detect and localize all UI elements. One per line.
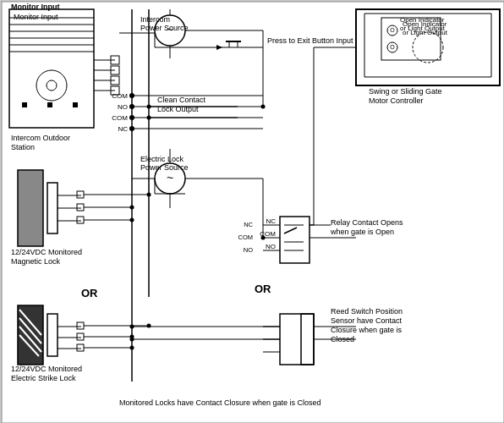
svg-text:Power Source: Power Source [140,24,189,32]
svg-rect-11 [47,102,52,107]
svg-rect-12 [73,102,78,107]
svg-text:~: ~ [167,171,173,184]
svg-text:Closed: Closed [331,335,354,343]
svg-point-101 [130,346,134,350]
svg-text:Sensor have Contact: Sensor have Contact [331,316,403,325]
svg-text:12/24VDC Monitored: 12/24VDC Monitored [11,248,82,256]
svg-point-42 [129,104,134,109]
svg-text:12/24VDC Monitored: 12/24VDC Monitored [11,365,82,373]
svg-text:Electric Strike Lock: Electric Strike Lock [11,374,76,382]
svg-text:NC: NC [266,217,276,225]
svg-point-83 [130,218,134,222]
svg-text:or Light Output: or Light Output [400,25,446,32]
svg-text:OR: OR [255,283,271,295]
svg-text:COM: COM [112,92,128,100]
svg-text:Monitor Input: Monitor Input [11,3,59,11]
svg-point-84 [147,193,151,197]
svg-text:Closure when gate is: Closure when gate is [331,326,403,334]
svg-point-122 [147,105,151,109]
svg-text:COM: COM [238,233,254,241]
svg-point-119 [261,105,266,109]
svg-point-41 [129,93,134,98]
svg-point-113 [130,338,134,342]
svg-text:Relay Contact Opens: Relay Contact Opens [331,218,403,227]
svg-text:Power Source: Power Source [140,163,189,172]
svg-text:Press to Exit Button Input: Press to Exit Button Input [267,36,353,45]
svg-text:Reed Switch Position: Reed Switch Position [331,307,403,316]
svg-point-129 [261,236,266,240]
svg-text:Intercom Outdoor: Intercom Outdoor [11,134,70,142]
svg-text:O: O [390,27,395,33]
svg-text:Monitored Locks have Contact C: Monitored Locks have Contact Closure whe… [119,398,321,407]
svg-rect-71 [18,170,43,246]
svg-text:O: O [390,44,395,50]
svg-point-112 [130,325,134,329]
svg-text:Lock Output: Lock Output [157,105,199,113]
svg-text:Magnetic Lock: Magnetic Lock [11,257,61,266]
svg-point-102 [147,324,151,328]
svg-text:NO: NO [118,103,128,111]
svg-text:Swing or Sliding Gate: Swing or Sliding Gate [369,87,442,96]
svg-text:when gate is Open: when gate is Open [330,228,394,236]
svg-rect-0 [1,1,504,423]
svg-text:Open Indicator: Open Indicator [400,16,445,24]
svg-point-43 [129,115,134,120]
svg-point-123 [147,116,151,120]
svg-point-44 [129,126,134,131]
svg-text:Clean Contact: Clean Contact [157,96,206,104]
svg-point-82 [130,206,134,210]
svg-text:Intercom: Intercom [140,15,170,24]
svg-text:NO: NO [266,243,276,250]
svg-text:NC: NC [118,125,128,133]
svg-text:NO: NO [244,246,253,254]
svg-rect-10 [22,102,27,107]
svg-text:COM: COM [112,114,128,122]
svg-text:Station: Station [11,143,35,151]
svg-text:OR: OR [81,287,98,299]
wiring-diagram: Monitor Input ~ COM NO [0,0,504,423]
svg-text:NC: NC [244,221,253,228]
svg-text:Electric Lock: Electric Lock [140,155,184,163]
svg-text:Monitor Input: Monitor Input [14,13,58,21]
svg-text:Motor Controller: Motor Controller [369,96,424,105]
